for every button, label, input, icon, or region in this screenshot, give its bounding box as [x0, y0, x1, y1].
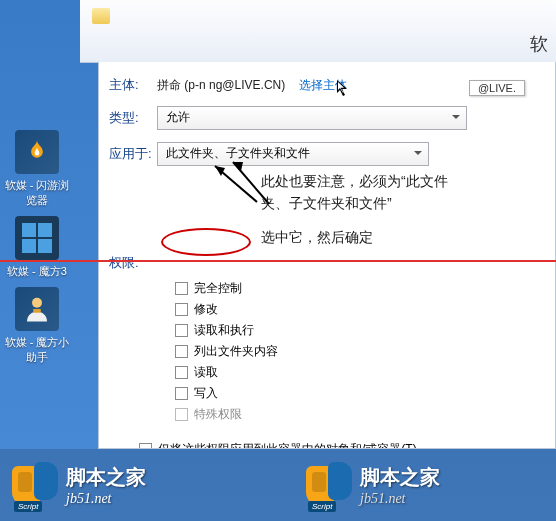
type-row: 类型: 允许 [109, 106, 545, 130]
type-combo[interactable]: 允许 [157, 106, 467, 130]
site-url: jb51.net [66, 491, 146, 507]
apply-row: 应用于: 此文件夹、子文件夹和文件 [109, 142, 545, 166]
cube-icon [15, 216, 59, 260]
site-name-cn: 脚本之家 [66, 464, 146, 491]
logo-right: Script 脚本之家 jb51.net [306, 462, 440, 508]
annotation-arrow-1 [207, 160, 267, 210]
watermark-footer: Script 脚本之家 jb51.net Script 脚本之家 jb51.ne… [0, 449, 556, 521]
desktop-icon-label: 软媒 - 魔方小 助手 [2, 335, 72, 365]
perm-full-control[interactable]: 完全控制 [175, 280, 545, 297]
only-apply-row[interactable]: 仅将这些权限应用到此容器中的对象和/或容器(T) [139, 441, 545, 449]
script-badge: Script [14, 501, 42, 512]
permissions-list: 完全控制 修改 读取和执行 列出文件夹内容 读取 写入 特殊权限 [175, 280, 545, 423]
live-badge: @LIVE. [469, 80, 525, 96]
flame-icon [15, 130, 59, 174]
select-principal-link[interactable]: 选择主体 [299, 77, 347, 94]
highlight-oval [161, 228, 251, 256]
explorer-title-fragment: 软 [530, 32, 548, 56]
checkbox-icon[interactable] [175, 303, 188, 316]
perm-list-folder[interactable]: 列出文件夹内容 [175, 343, 545, 360]
principal-label: 主体: [109, 76, 157, 94]
perm-read-exec[interactable]: 读取和执行 [175, 322, 545, 339]
desktop-icon-mofang3[interactable]: 软媒 - 魔方3 [2, 216, 72, 279]
checkbox-icon [175, 408, 188, 421]
script-badge: Script [308, 501, 336, 512]
annotation-text-2: 选中它，然后确定 [261, 226, 373, 248]
checkbox-icon[interactable] [175, 324, 188, 337]
permission-dialog: 主体: 拼命 (p-n ng@LIVE.CN) 选择主体 @LIVE. 类型: … [98, 62, 556, 449]
desktop-icon-label: 软媒 - 魔方3 [2, 264, 72, 279]
permissions-label: 权限: [109, 254, 545, 272]
jb-logo-icon: Script [306, 462, 352, 508]
site-url: jb51.net [360, 491, 440, 507]
perm-read[interactable]: 读取 [175, 364, 545, 381]
logo-left: Script 脚本之家 jb51.net [12, 462, 146, 508]
annotation-text-1: 此处也要注意，必须为“此文件 夹、子文件夹和文件” [261, 170, 448, 215]
explorer-titlebar: 软 [80, 0, 556, 63]
principal-value: 拼命 (p-n ng@LIVE.CN) [157, 77, 285, 94]
desktop-icon-label: 软媒 - 闪游浏 览器 [2, 178, 72, 208]
perm-write[interactable]: 写入 [175, 385, 545, 402]
apply-label: 应用于: [109, 145, 157, 163]
svg-point-0 [32, 298, 42, 308]
desktop-icon-browser[interactable]: 软媒 - 闪游浏 览器 [2, 130, 72, 208]
jb-logo-icon: Script [12, 462, 58, 508]
checkbox-icon[interactable] [175, 282, 188, 295]
folder-icon [92, 8, 110, 24]
perm-modify[interactable]: 修改 [175, 301, 545, 318]
only-apply-label: 仅将这些权限应用到此容器中的对象和/或容器(T) [158, 441, 417, 449]
type-label: 类型: [109, 109, 157, 127]
checkbox-icon[interactable] [175, 387, 188, 400]
person-icon [15, 287, 59, 331]
checkbox-icon[interactable] [175, 366, 188, 379]
svg-rect-1 [33, 309, 41, 313]
desktop-icon-helper[interactable]: 软媒 - 魔方小 助手 [2, 287, 72, 365]
permissions-section: 权限: 完全控制 修改 读取和执行 列出文件夹内容 读取 写入 特殊权限 [109, 254, 545, 423]
apply-value: 此文件夹、子文件夹和文件 [162, 143, 424, 163]
apply-combo[interactable]: 此文件夹、子文件夹和文件 [157, 142, 429, 166]
site-name-cn: 脚本之家 [360, 464, 440, 491]
perm-special: 特殊权限 [175, 406, 545, 423]
desktop-area: 软媒 - 闪游浏 览器 软媒 - 魔方3 软媒 - 魔方小 助手 [0, 0, 80, 521]
checkbox-icon[interactable] [175, 345, 188, 358]
type-value: 允许 [162, 107, 462, 127]
